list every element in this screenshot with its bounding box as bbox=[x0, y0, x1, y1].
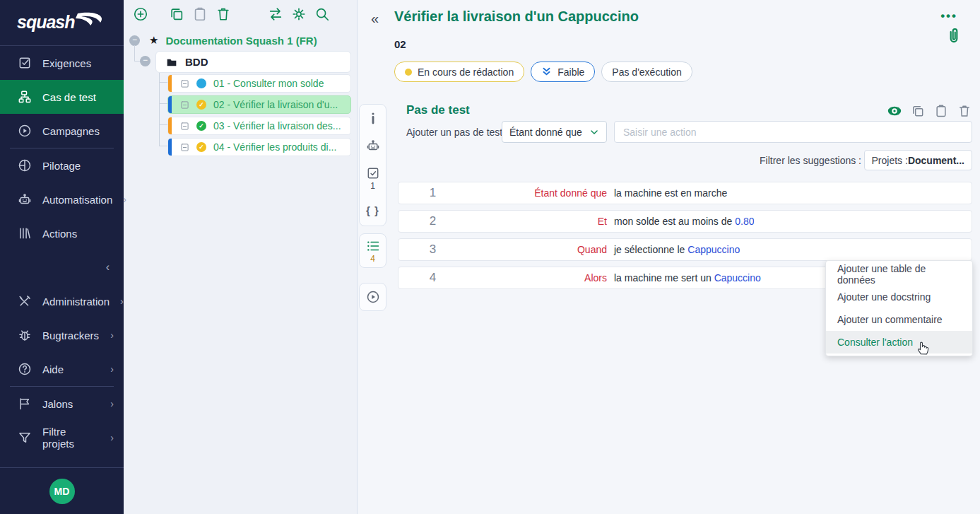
settings-button[interactable] bbox=[291, 6, 307, 22]
tree-item[interactable]: 01 - Consulter mon solde bbox=[167, 74, 351, 93]
chevron-down-icon bbox=[589, 127, 599, 137]
trash-icon bbox=[216, 6, 231, 22]
attachments-paperclip-icon[interactable] bbox=[945, 27, 963, 47]
badge-label: Pas d'exécution bbox=[612, 66, 681, 78]
sidebar-item-filtre-projets[interactable]: Filtre projets› bbox=[0, 421, 124, 455]
tree-item-label: 04 - Vérifier les produits di... bbox=[213, 141, 336, 153]
copy-button[interactable] bbox=[169, 6, 184, 22]
minus-square-icon bbox=[180, 79, 189, 88]
status-blue-dot-icon bbox=[196, 78, 206, 88]
context-menu-item[interactable]: Ajouter une docstring bbox=[826, 286, 972, 308]
sidebar-item-pilotage[interactable]: Pilotage bbox=[0, 148, 124, 182]
step-action-text: mon solde est au moins de 0.80 bbox=[607, 216, 754, 227]
app-root: squash ExigencesCas de testCampagnesPilo… bbox=[0, 0, 980, 514]
tree-item[interactable]: ✓03 - Vérifier la livraison des... bbox=[167, 117, 351, 135]
filter-projects-chip[interactable]: Projets : Document... bbox=[864, 150, 972, 170]
action-input[interactable] bbox=[614, 121, 972, 143]
clipboard-icon bbox=[192, 6, 208, 22]
paste-button[interactable] bbox=[192, 6, 208, 22]
delete-steps-button[interactable] bbox=[957, 104, 972, 118]
add-button[interactable] bbox=[133, 6, 148, 22]
page-title: Vérifier la livraison d'un Cappuccino bbox=[394, 8, 639, 25]
filter-chip-value: Document... bbox=[908, 155, 964, 166]
sidebar-item-label: Bugtrackers bbox=[42, 329, 99, 341]
play-circle-icon[interactable] bbox=[366, 290, 380, 304]
copy-steps-button[interactable] bbox=[911, 104, 925, 118]
collapse-toggle-icon[interactable]: − bbox=[129, 35, 140, 46]
double-chevron-down-icon bbox=[541, 66, 552, 77]
search-button[interactable] bbox=[314, 6, 330, 22]
sidebar-item-label: Administration bbox=[42, 296, 110, 308]
sidebar-item-jalons[interactable]: Jalons› bbox=[0, 387, 124, 421]
swap-arrows-icon bbox=[268, 6, 283, 22]
step-action-text: la machine me sert un Capuccino bbox=[607, 272, 761, 284]
bug-icon bbox=[18, 328, 32, 342]
delete-button[interactable] bbox=[216, 6, 231, 22]
side-tab-group-steps: 4 bbox=[359, 233, 386, 268]
keyword-dropdown[interactable]: Étant donné que bbox=[502, 121, 607, 143]
list-icon[interactable] bbox=[366, 239, 380, 253]
tree-item-label: 01 - Consulter mon solde bbox=[213, 78, 324, 89]
back-collapse-button[interactable]: « bbox=[367, 10, 383, 28]
squash-logo[interactable]: squash bbox=[0, 0, 124, 46]
tree-root-row[interactable]: − ★ Documentation Squash 1 (FR) bbox=[129, 33, 357, 48]
preview-eye-button[interactable] bbox=[887, 104, 902, 118]
tree-connector bbox=[159, 146, 167, 146]
importance-bar bbox=[168, 139, 172, 156]
sidebar-item-label: Jalons bbox=[42, 398, 73, 410]
folder-icon bbox=[166, 57, 177, 68]
robot-icon[interactable] bbox=[366, 139, 380, 153]
step-action-text: je sélectionne le Cappuccino bbox=[607, 244, 740, 255]
context-menu-item[interactable]: Ajouter une table de données bbox=[826, 263, 972, 286]
sidebar-item-automatisation[interactable]: Automatisation› bbox=[0, 182, 124, 216]
sidebar-collapse-button[interactable]: ‹ bbox=[0, 250, 124, 284]
badge-plain[interactable]: Pas d'exécution bbox=[601, 62, 692, 82]
sidebar-item-label: Automatisation bbox=[42, 194, 112, 206]
sidebar-item-campagnes[interactable]: Campagnes bbox=[0, 114, 124, 148]
step-row[interactable]: 1Étant donné quela machine est en marche bbox=[398, 182, 972, 204]
sidebar-item-aide[interactable]: Aide› bbox=[0, 352, 124, 386]
folder-row-bdd[interactable]: − BDD bbox=[155, 51, 351, 73]
star-icon: ★ bbox=[149, 34, 158, 47]
context-menu-item[interactable]: Consulter l'action bbox=[826, 331, 972, 354]
sidebar-item-cas-de-test[interactable]: Cas de test bbox=[0, 80, 124, 114]
collapse-toggle-icon[interactable]: − bbox=[140, 56, 150, 66]
checkbox-icon[interactable] bbox=[366, 166, 380, 180]
tree-item-label: 02 - Vérifier la livraison d'u... bbox=[213, 99, 338, 110]
importance-bar bbox=[168, 117, 172, 134]
keyword-dropdown-value: Étant donné que bbox=[509, 127, 582, 138]
folder-label: BDD bbox=[185, 56, 208, 68]
tree-connector bbox=[159, 103, 167, 104]
info-icon[interactable] bbox=[366, 111, 380, 125]
tree-item-label: 03 - Vérifier la livraison des... bbox=[213, 120, 341, 132]
main-content: « Vérifier la livraison d'un Cappuccino … bbox=[358, 0, 980, 514]
minus-square-icon bbox=[180, 122, 189, 131]
badge-status-dot[interactable]: En cours de rédaction bbox=[394, 62, 524, 82]
paste-steps-button[interactable] bbox=[934, 104, 948, 118]
sidebar-item-administration[interactable]: Administration› bbox=[0, 284, 124, 318]
status-yellow-check-icon: ✓ bbox=[196, 142, 206, 152]
sidebar-item-bugtrackers[interactable]: Bugtrackers› bbox=[0, 318, 124, 352]
tree-item[interactable]: ✓04 - Vérifier les produits di... bbox=[167, 138, 351, 156]
step-keyword: Alors bbox=[467, 272, 607, 284]
step-row[interactable]: 2Etmon solde est au moins de 0.80 bbox=[398, 210, 972, 233]
context-menu-item[interactable]: Ajouter un commentaire bbox=[826, 308, 972, 331]
tree-item-selected[interactable]: ✓02 - Vérifier la livraison d'u... bbox=[167, 95, 351, 114]
flag-icon bbox=[18, 397, 32, 411]
squash-logo-graphic: squash bbox=[16, 10, 109, 35]
sidebar-item-exigences[interactable]: Exigences bbox=[0, 46, 124, 80]
sidebar: squash ExigencesCas de testCampagnesPilo… bbox=[0, 0, 124, 514]
step-row[interactable]: 3Quandje sélectionne le Cappuccino bbox=[398, 238, 972, 261]
gear-icon bbox=[291, 6, 307, 22]
sidebar-item-label: Campagnes bbox=[42, 125, 100, 137]
tree-connector bbox=[134, 45, 135, 62]
user-avatar[interactable]: MD bbox=[49, 479, 75, 504]
swap-button[interactable] bbox=[268, 6, 283, 22]
status-green-check-icon: ✓ bbox=[196, 121, 206, 131]
badge-importance-chevrons[interactable]: Faible bbox=[531, 62, 595, 82]
chevron-right-icon: › bbox=[110, 329, 114, 341]
tab-count-badge: 4 bbox=[370, 254, 375, 264]
braces-icon[interactable]: { } bbox=[366, 204, 379, 216]
sidebar-item-actions[interactable]: Actions bbox=[0, 216, 124, 250]
more-options-button[interactable]: ••• bbox=[936, 8, 962, 24]
